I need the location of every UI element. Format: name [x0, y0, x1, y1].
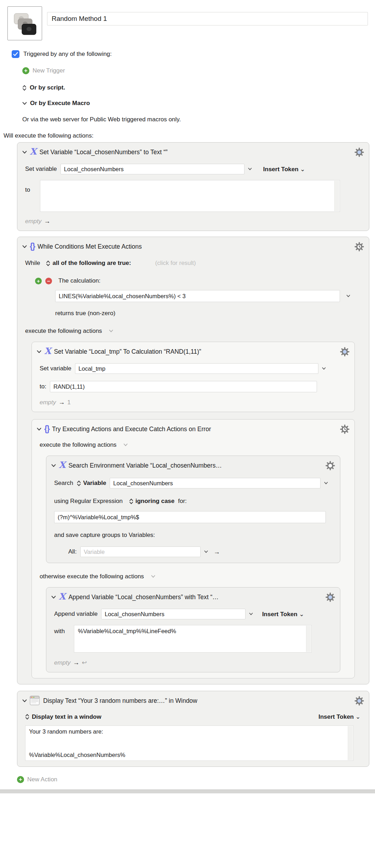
- action-search-variable[interactable]: X Search Environment Variable “Local_cho…: [46, 456, 340, 563]
- scrollbar-strip[interactable]: [348, 726, 353, 760]
- variable-dropdown-chevron-icon[interactable]: [248, 168, 252, 170]
- variable-dropdown-chevron-icon[interactable]: [322, 367, 326, 370]
- variable-dropdown-chevron-icon[interactable]: [204, 550, 208, 553]
- variable-name-field[interactable]: [110, 478, 321, 488]
- variable-icon: X: [44, 347, 51, 355]
- macro-name-field[interactable]: [47, 12, 368, 25]
- scrollbar-strip[interactable]: [306, 626, 311, 652]
- empty-note: empty: [25, 218, 41, 225]
- insert-token-menu[interactable]: Insert Token ⌄: [263, 166, 305, 173]
- insert-token-menu[interactable]: Insert Token ⌄: [262, 611, 304, 618]
- variable-dropdown-chevron-icon[interactable]: [324, 482, 328, 485]
- empty-note: empty: [54, 659, 70, 666]
- actions-list: X Set Variable “Local_chosenNumbers” to …: [17, 142, 369, 767]
- braces-icon: {}: [44, 425, 49, 433]
- otherwise-label: otherwise execute the following actions: [40, 573, 144, 580]
- action-while-conditions[interactable]: {} While Conditions Met Execute Actions: [17, 237, 369, 684]
- action-title: While Conditions Met Execute Actions: [38, 243, 142, 250]
- macro-icon[interactable]: [7, 6, 42, 40]
- display-text-area[interactable]: Your 3 random numbers are: %Variable%Loc…: [25, 725, 353, 761]
- condition-mode-popup[interactable]: all of the following are true:: [46, 260, 131, 267]
- updown-icon: [46, 260, 50, 266]
- action-try-catch[interactable]: {} Try Executing Actions and Execute Cat…: [31, 419, 355, 678]
- search-label: Search: [54, 480, 73, 487]
- capture-variable-field[interactable]: [80, 546, 201, 557]
- plus-icon: +: [17, 776, 24, 783]
- triggered-checkbox[interactable]: [12, 50, 19, 58]
- disclosure-chevron-icon[interactable]: [22, 699, 27, 702]
- new-trigger-label: New Trigger: [33, 67, 65, 74]
- trigger-or-by-execute-macro[interactable]: Or by Execute Macro: [22, 100, 369, 107]
- gear-icon[interactable]: [354, 696, 364, 706]
- gear-icon[interactable]: [354, 147, 364, 157]
- execute-actions-label: execute the following actions: [40, 441, 116, 449]
- variable-name-field[interactable]: [60, 164, 244, 174]
- plus-icon: +: [22, 67, 29, 74]
- or-by-script-label: Or by script.: [30, 84, 65, 91]
- updown-icon: [22, 85, 27, 91]
- save-capture-groups-label: and save capture groups to Variables:: [54, 532, 155, 539]
- with-text-area[interactable]: %Variable%Local_tmp%%LineFeed%: [74, 625, 312, 653]
- checkmark-icon: [13, 52, 18, 56]
- disclosure-chevron-icon[interactable]: [37, 428, 41, 431]
- action-set-variable-chosennumbers[interactable]: X Set Variable “Local_chosenNumbers” to …: [17, 142, 369, 231]
- regex-field[interactable]: [54, 511, 326, 523]
- will-execute-label: Will execute the following actions:: [4, 132, 93, 139]
- disclosure-chevron-icon[interactable]: [51, 464, 56, 467]
- disclosure-chevron-icon[interactable]: [37, 350, 41, 353]
- gear-clock-icon[interactable]: [340, 424, 350, 434]
- click-for-result[interactable]: (click for result): [155, 260, 196, 267]
- gear-icon[interactable]: [325, 461, 335, 470]
- gear-icon[interactable]: [340, 347, 350, 357]
- collapse-chevron-icon[interactable]: [151, 575, 155, 578]
- collapse-chevron-icon[interactable]: [109, 330, 113, 332]
- macro-editor-pane: Triggered by any of the following: + New…: [0, 0, 375, 793]
- display-mode-popup[interactable]: Display text in a window: [25, 713, 101, 721]
- remove-condition-button[interactable]: −: [45, 278, 52, 284]
- new-trigger-button[interactable]: + New Trigger: [22, 67, 369, 74]
- macro-keys-icon: [12, 11, 38, 36]
- with-label: with: [54, 628, 65, 635]
- search-type-popup[interactable]: Variable: [77, 480, 106, 487]
- add-condition-button[interactable]: +: [35, 278, 42, 284]
- return-symbol: ↩: [82, 659, 87, 666]
- calculation-field[interactable]: [55, 290, 340, 302]
- insert-token-menu[interactable]: Insert Token ⌄: [318, 713, 360, 721]
- action-title: Set Variable “Local_chosenNumbers” to Te…: [39, 149, 167, 156]
- calculation-label: The calculation:: [58, 277, 100, 284]
- footer-bar: [0, 789, 375, 793]
- calculation-dropdown-chevron-icon[interactable]: [346, 295, 350, 297]
- result-arrow-icon: →: [44, 218, 50, 225]
- all-label: All:: [68, 548, 77, 555]
- case-mode-popup[interactable]: ignoring case: [129, 498, 175, 505]
- disclosure-chevron-icon[interactable]: [22, 151, 27, 154]
- disclosure-chevron-icon[interactable]: [22, 245, 27, 248]
- scrollbar-strip[interactable]: [334, 181, 339, 211]
- updown-icon: [129, 498, 133, 504]
- action-title: Set Variable “Local_tmp” To Calculation …: [54, 348, 201, 355]
- result-arrow-icon: →: [214, 548, 220, 556]
- calculation-field[interactable]: [50, 381, 317, 392]
- to-label: to:: [40, 383, 46, 390]
- returns-label: returns true (non-zero): [55, 310, 115, 317]
- collapse-chevron-icon[interactable]: [123, 444, 128, 446]
- or-by-execute-macro-label: Or by Execute Macro: [30, 100, 90, 107]
- variable-name-field[interactable]: [101, 609, 246, 619]
- web-server-note: Or via the web server for Public Web tri…: [22, 116, 181, 123]
- variable-dropdown-chevron-icon[interactable]: [249, 613, 253, 615]
- action-display-text[interactable]: Display Text “Your 3 random numbers are:…: [17, 691, 369, 767]
- gear-clock-icon[interactable]: [354, 242, 364, 251]
- disclosure-chevron-icon[interactable]: [51, 596, 56, 599]
- new-action-button[interactable]: + New Action: [17, 776, 369, 783]
- result-preview: 1: [67, 399, 70, 406]
- variable-name-field[interactable]: [75, 363, 318, 374]
- macro-header: [4, 6, 369, 40]
- gear-icon[interactable]: [325, 592, 335, 602]
- action-append-variable[interactable]: X Append Variable “Local_chosenNumbers” …: [46, 587, 340, 672]
- to-text-area[interactable]: [40, 180, 340, 212]
- variable-icon: X: [30, 147, 36, 156]
- trigger-or-by-script[interactable]: Or by script.: [22, 84, 369, 91]
- empty-note: empty: [40, 399, 56, 406]
- while-label: While: [25, 260, 40, 267]
- action-set-variable-tmp[interactable]: X Set Variable “Local_tmp” To Calculatio…: [31, 342, 355, 412]
